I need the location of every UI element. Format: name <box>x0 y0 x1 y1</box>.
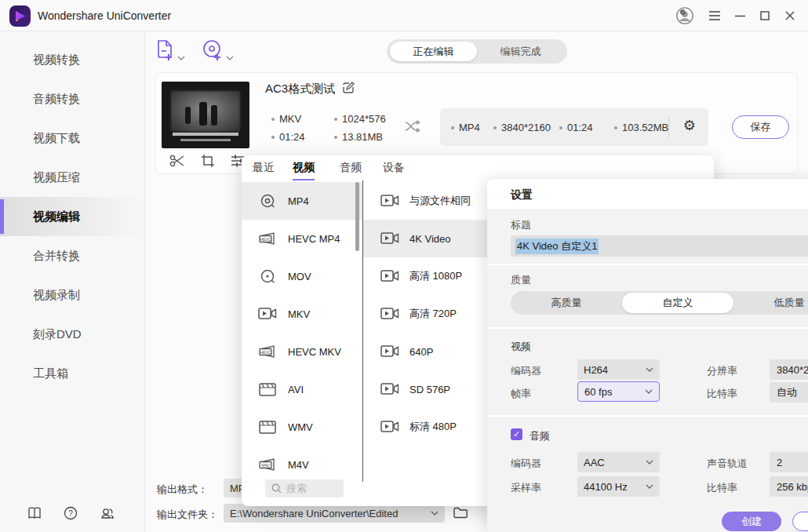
video-thumbnail[interactable] <box>162 82 249 148</box>
chevron-down-icon <box>177 56 185 61</box>
menu-icon[interactable] <box>705 6 724 25</box>
audio-bitrate-label: 比特率 <box>707 481 737 495</box>
tab-device[interactable]: 设备 <box>383 155 405 180</box>
tab-audio[interactable]: 音频 <box>340 155 362 180</box>
video-encoder-dropdown[interactable]: H264 <box>577 359 660 380</box>
format-item-avi[interactable]: AVI <box>242 370 362 408</box>
m4v-badge-icon: M4V <box>258 457 277 472</box>
disc-icon <box>258 192 277 210</box>
search-box[interactable] <box>265 479 344 497</box>
format-list-scrollbar[interactable] <box>355 182 359 251</box>
video-bitrate-label: 比特率 <box>707 387 737 401</box>
source-format-duration: MKV <box>271 113 301 125</box>
audio-bitrate-field[interactable]: 256 kbps <box>770 476 808 497</box>
video-resolution-label: 分辨率 <box>707 364 737 378</box>
search-input[interactable] <box>286 483 333 494</box>
format-item-mov[interactable]: MOV <box>242 257 362 295</box>
save-button[interactable]: 保存 <box>732 115 789 139</box>
output-size: 103.52MB <box>614 122 668 133</box>
output-duration: 01:24 <box>559 122 593 133</box>
open-folder-icon[interactable] <box>453 507 468 521</box>
format-item-mkv[interactable]: MKV <box>242 295 362 333</box>
sidebar-item-video-download[interactable]: 视频下载 <box>0 118 144 158</box>
chevron-down-icon <box>646 484 653 490</box>
video-framerate-dropdown[interactable]: 60 fps <box>577 381 660 402</box>
secondary-button-partial[interactable] <box>792 512 808 531</box>
sidebar-item-toolbox[interactable]: 工具箱 <box>0 354 144 393</box>
tab-video[interactable]: 视频 <box>293 155 315 180</box>
quality-high[interactable]: 高质量 <box>511 291 622 315</box>
video-resolution-field[interactable]: 3840*2160 <box>770 359 808 380</box>
format-item-hevc-mp4[interactable]: HEVC HEVC MP4 <box>242 220 362 257</box>
output-format: MP4 <box>451 122 480 133</box>
tab-edit-done[interactable]: 编辑完成 <box>477 39 564 64</box>
title-label: 标题 <box>511 218 531 232</box>
video-camera-icon <box>380 382 399 396</box>
preset-title-input[interactable]: 4K Video 自定义1 <box>511 235 808 257</box>
settings-body: 标题 4K Video 自定义1 质量 高质量 自定义 低质量 视频 编码器 H… <box>487 210 808 532</box>
disc-icon <box>258 268 277 285</box>
sidebar-item-merge-convert[interactable]: 合并转换 <box>0 236 144 275</box>
convert-shuffle-icon <box>405 118 424 137</box>
output-folder-field[interactable]: E:\Wondershare UniConverter\Edited <box>224 504 445 523</box>
maximize-button[interactable] <box>755 6 774 25</box>
close-button[interactable] <box>781 6 799 25</box>
file-title: AC3格式测试 <box>265 82 335 97</box>
chevron-down-icon <box>431 511 439 516</box>
add-file-button[interactable] <box>155 39 185 61</box>
titlebar: Wondershare UniConverter <box>0 0 808 31</box>
chevron-down-icon <box>645 389 653 395</box>
account-avatar[interactable] <box>675 6 694 25</box>
svg-text:?: ? <box>68 509 73 518</box>
output-folder-label: 输出文件夹： <box>157 508 218 522</box>
output-resolution: 3840*2160 <box>493 122 551 133</box>
format-item-mp4[interactable]: MP4 <box>242 182 362 220</box>
trim-scissors-icon[interactable] <box>169 154 185 170</box>
selected-text: 4K Video 自定义1 <box>515 239 599 254</box>
audio-enable-checkbox[interactable]: ✓ <box>511 428 522 440</box>
video-camera-icon <box>380 344 399 359</box>
tab-editing[interactable]: 正在编辑 <box>390 42 477 61</box>
community-users-icon[interactable] <box>99 505 115 521</box>
output-settings-gear-icon[interactable]: ⚙ <box>683 117 696 134</box>
guide-book-icon[interactable] <box>27 505 42 521</box>
sidebar-item-video-compress[interactable]: 视频压缩 <box>0 158 144 197</box>
uniconverter-window: Wondershare UniConverter 视频转换 音频转换 视 <box>0 0 808 532</box>
video-camera-icon <box>380 420 399 434</box>
audio-encoder-dropdown[interactable]: AAC <box>577 452 660 472</box>
audio-channel-label: 声音轨道 <box>707 457 748 471</box>
help-icon[interactable]: ? <box>63 505 78 521</box>
quality-custom[interactable]: 自定义 <box>622 293 733 313</box>
app-title: Wondershare UniConverter <box>38 9 171 22</box>
format-item-m4v[interactable]: M4V M4V <box>242 446 362 483</box>
sidebar-item-video-edit[interactable]: 视频编辑 <box>0 197 144 236</box>
audio-samplerate-dropdown[interactable]: 44100 Hz <box>577 476 660 497</box>
video-camera-icon <box>380 269 399 283</box>
quality-label: 质量 <box>511 273 531 287</box>
source-resolution: 1024*576 <box>334 113 386 125</box>
format-list: MP4 HEVC HEVC MP4 MOV MKV <box>242 180 362 483</box>
app-logo-icon <box>9 5 31 27</box>
sidebar-item-screen-record[interactable]: 视频录制 <box>0 275 144 315</box>
video-bitrate-field[interactable]: 自动 <box>770 382 808 403</box>
quality-low[interactable]: 低质量 <box>733 291 808 315</box>
rename-edit-icon[interactable] <box>342 82 355 97</box>
add-dvd-button[interactable] <box>202 39 234 61</box>
sidebar-item-burn-dvd[interactable]: 刻录DVD <box>0 315 144 354</box>
minimize-button[interactable] <box>730 6 749 25</box>
audio-channel-field[interactable]: 2 <box>770 452 808 472</box>
crop-icon[interactable] <box>201 154 215 170</box>
settings-panel: 设置 标题 4K Video 自定义1 质量 高质量 自定义 低质量 视频 编码… <box>487 179 808 532</box>
format-item-wmv[interactable]: WMV <box>242 408 362 446</box>
video-camera-icon <box>380 231 399 246</box>
tab-recent[interactable]: 最近 <box>253 155 275 180</box>
video-camera-icon <box>380 194 399 208</box>
video-framerate-label: 帧率 <box>511 387 531 401</box>
create-button[interactable]: 创建 <box>722 512 781 531</box>
format-item-hevc-mkv[interactable]: HEVC HEVC MKV <box>242 333 362 370</box>
sidebar-item-audio-convert[interactable]: 音频转换 <box>0 79 144 118</box>
sidebar-item-video-convert[interactable]: 视频转换 <box>0 40 144 79</box>
sidebar-footer: ? <box>0 505 145 521</box>
chevron-down-icon <box>646 460 653 465</box>
clapperboard-icon <box>258 420 277 435</box>
